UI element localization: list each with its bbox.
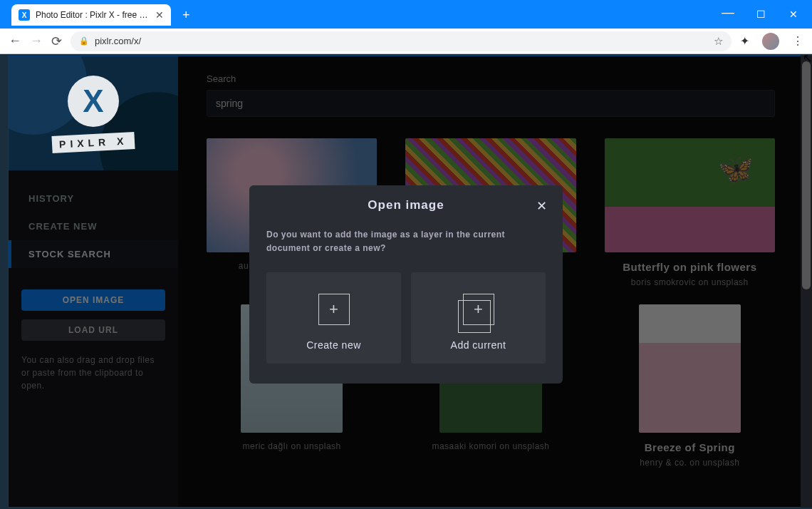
option-label: Create new	[274, 339, 394, 351]
window-minimize-button[interactable]: —	[718, 5, 738, 20]
forward-button[interactable]: →	[30, 34, 43, 48]
tabstrip: X Photo Editor : Pixlr X - free image ✕ …	[11, 4, 190, 26]
mouse-cursor-icon: ↖	[803, 51, 812, 65]
window-maximize-button[interactable]: ☐	[751, 9, 771, 20]
scrollbar-thumb[interactable]	[802, 61, 811, 289]
option-label: Add current	[418, 339, 538, 351]
back-button[interactable]: ←	[9, 34, 21, 48]
address-bar: ← → ⟳ 🔒 pixlr.com/x/ ☆ ✦ ⋮	[0, 29, 812, 54]
bookmark-star-icon[interactable]: ☆	[714, 35, 723, 48]
logo-x-icon: X	[68, 76, 119, 127]
scrollbar[interactable]	[801, 56, 812, 508]
dialog-options: + Create new + Add current	[266, 272, 546, 364]
reload-button[interactable]: ⟳	[51, 34, 62, 49]
toolbar-right: ✦ ⋮	[740, 33, 803, 50]
plus-icon: +	[274, 289, 394, 329]
logo-label: PIXLR X	[51, 132, 135, 153]
extensions-icon[interactable]: ✦	[740, 34, 749, 48]
open-image-dialog: Open image ✕ Do you want to add the imag…	[249, 185, 563, 384]
tab-close-button[interactable]: ✕	[155, 9, 164, 21]
omnibox[interactable]: 🔒 pixlr.com/x/ ☆	[71, 31, 732, 51]
chrome-menu-button[interactable]: ⋮	[792, 34, 803, 48]
dialog-title: Open image	[249, 198, 563, 212]
url-text: pixlr.com/x/	[95, 36, 708, 46]
tab-title: Photo Editor : Pixlr X - free image	[36, 10, 150, 20]
create-new-option[interactable]: + Create new	[266, 272, 401, 364]
add-current-option[interactable]: + Add current	[411, 272, 546, 364]
browser-tab[interactable]: X Photo Editor : Pixlr X - free image ✕	[11, 4, 171, 26]
window-close-button[interactable]: ✕	[784, 9, 803, 20]
profile-avatar[interactable]	[762, 33, 779, 50]
dialog-description: Do you want to add the image as a layer …	[266, 228, 546, 255]
lock-icon: 🔒	[79, 36, 89, 46]
dialog-close-button[interactable]: ✕	[536, 198, 547, 214]
favicon-icon: X	[19, 9, 30, 21]
add-layer-icon: +	[418, 289, 538, 329]
new-tab-button[interactable]: +	[182, 8, 190, 23]
